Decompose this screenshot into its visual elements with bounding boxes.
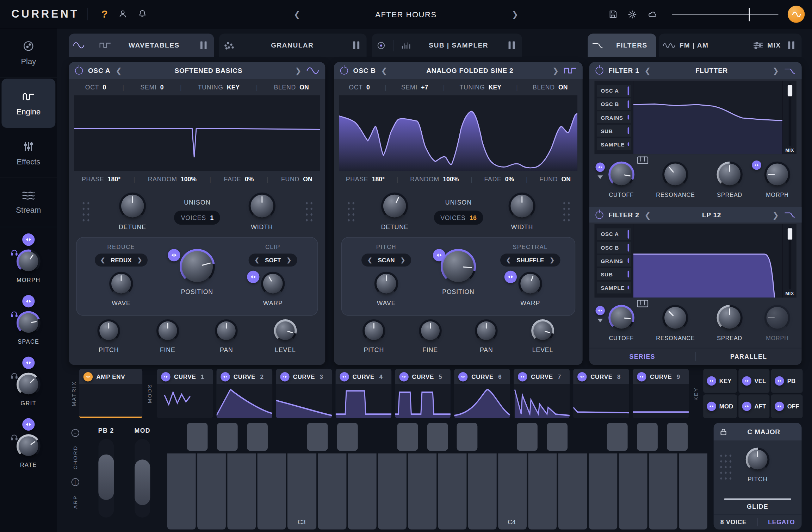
blend-param[interactable]: BLENDON [533,83,568,91]
curve-slot-7[interactable]: CURVE7 [514,369,570,418]
tab-granular[interactable]: GRANULAR [219,34,367,57]
position-knob[interactable] [179,249,215,284]
sidebar-item-stream[interactable]: Stream [0,178,57,227]
piano-key-white[interactable] [348,453,376,530]
source-sample[interactable]: SAMPLE [597,282,631,294]
curve-mod-source[interactable] [637,372,646,381]
fund-param[interactable]: FUNDON [281,175,312,183]
prev-filter-button[interactable]: ❮ [644,211,651,219]
pause-icon[interactable] [788,42,794,49]
morph-knob[interactable] [764,305,791,331]
fine-knob[interactable] [156,319,179,342]
piano-key-white[interactable] [498,453,527,530]
oct-param[interactable]: OCT0 [349,83,370,91]
piano-key-white[interactable] [528,453,557,530]
keytrack-icon[interactable] [637,300,648,307]
curve-mod-source[interactable] [459,372,468,381]
detune-knob[interactable] [119,193,146,219]
piano-key-black[interactable] [307,423,328,451]
morph-knob[interactable] [17,250,41,274]
spread-knob[interactable] [717,162,743,188]
mods-label[interactable]: MODS [144,369,155,418]
piano-key-white[interactable] [408,453,436,530]
space-mod-source[interactable] [22,295,35,307]
account-icon[interactable] [118,9,128,19]
pb-slider[interactable] [98,439,114,518]
piano-key-black[interactable] [517,423,538,451]
cutoff-knob[interactable] [608,162,634,188]
piano-key-black[interactable] [247,423,268,451]
spread-knob[interactable] [717,305,743,331]
width-knob[interactable] [509,193,535,219]
curve-mod-source[interactable] [399,372,408,381]
cutoff-mod-source[interactable] [596,306,605,315]
piano-key-white[interactable] [558,453,587,530]
drag-handle[interactable] [303,199,314,224]
source-grains[interactable]: GRAINS [597,255,631,267]
drag-handle[interactable] [80,199,91,224]
curve-slot-9[interactable]: CURVE9 [633,369,689,418]
piano-key-black[interactable] [337,423,358,451]
source-sub[interactable]: SUB [597,125,631,137]
headphones-icon[interactable] [10,249,18,256]
osc-a-wavetable-name[interactable]: SOFTENED BASICS [127,67,290,75]
oct-param[interactable]: OCT0 [85,83,106,91]
sidebar-item-play[interactable]: Play [0,29,57,78]
cutoff-knob[interactable] [608,305,634,331]
osc-power-icon[interactable] [340,67,348,75]
piano-key-black[interactable] [217,423,238,451]
sine-wave-icon[interactable] [73,42,84,49]
clip-mode-selector[interactable]: ❮SOFT❯ [249,254,297,267]
next-preset-button[interactable]: ❯ [512,10,518,18]
semi-param[interactable]: SEMI+7 [401,83,428,91]
piano-key-black[interactable] [397,423,418,451]
pause-icon[interactable] [353,42,360,49]
arp-label[interactable]: ARP [72,490,78,514]
tuning-param[interactable]: TUNINGKEY [198,83,240,91]
source-osc-b[interactable]: OSC B [597,98,631,110]
tab-fm-am[interactable]: FM | AM [680,42,709,49]
headphones-icon[interactable] [10,372,18,379]
key-source[interactable]: KEY [703,369,737,393]
drag-handle[interactable] [561,199,571,224]
mod-source-icon[interactable] [775,402,784,411]
key-label[interactable]: KEY [691,369,701,418]
save-icon[interactable] [608,9,618,19]
next-wavetable-button[interactable]: ❯ [295,67,301,75]
width-knob[interactable] [248,193,275,219]
warp-knob[interactable] [518,272,542,296]
tuning-param[interactable]: TUNINGKEY [459,83,501,91]
dropdown-arrow-icon[interactable] [597,319,603,323]
tab-sub-sampler[interactable]: SUB | SAMPLER [372,34,522,57]
filter-power-icon[interactable] [596,211,603,219]
source-osc-b[interactable]: OSC B [597,242,631,254]
pitch-knob[interactable] [362,319,385,342]
cutoff-mod-source[interactable] [596,163,605,172]
grit-knob[interactable] [17,373,41,396]
filter-power-icon[interactable] [596,67,603,75]
voice-count-button[interactable]: 8 VOICE [720,518,747,526]
keytrack-icon[interactable] [637,156,648,164]
osc-b-wavetable-name[interactable]: ANALOG FOLDED SINE 2 [393,67,547,75]
cloud-icon[interactable] [647,9,658,19]
mod-source-icon[interactable] [707,402,716,411]
tab-wavetables[interactable]: WAVETABLES [69,34,214,57]
fund-param[interactable]: FUNDON [539,175,571,183]
filter-2-type[interactable]: LP 12 [656,211,767,219]
curve-mod-source[interactable] [221,372,230,381]
square-wave-icon[interactable] [564,67,576,74]
pause-icon[interactable] [509,42,515,49]
piano-key-white[interactable] [197,453,226,530]
mod-source-icon[interactable] [707,376,716,386]
prev-preset-button[interactable]: ❮ [294,10,300,18]
chord-label[interactable]: CHORD [72,441,78,474]
wave-knob[interactable] [109,272,133,296]
random-param[interactable]: RANDOM100% [410,175,459,183]
morph-mod-source[interactable] [752,161,761,170]
warp-mod-source[interactable] [247,271,259,283]
notifications-icon[interactable] [137,9,147,19]
spectral-mode-selector[interactable]: ❮SHUFFLE❯ [500,254,560,267]
curve-slot-1[interactable]: CURVE1 [157,369,213,418]
curve-slot-8[interactable]: CURVE8 [574,369,630,418]
next-filter-button[interactable]: ❯ [772,67,779,75]
